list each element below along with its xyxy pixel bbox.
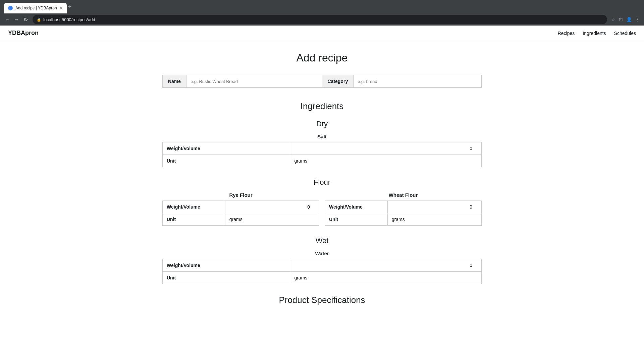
water-name: Water: [162, 251, 482, 256]
page-content: Add recipe Name Category Ingredients Dry…: [154, 41, 490, 316]
table-row: Unit grams: [163, 213, 319, 226]
wheat-weight-input[interactable]: [392, 204, 477, 210]
url-text: localhost:5000/recipes/add: [43, 17, 95, 22]
reload-button[interactable]: ↻: [23, 16, 29, 24]
wheat-weight-label: Weight/Volume: [325, 201, 388, 213]
page-title: Add recipe: [162, 52, 482, 64]
salt-unit-value: grams: [290, 155, 482, 167]
app-navbar: YDBApron Recipes Ingredients Schedules: [0, 26, 644, 41]
menu-icon[interactable]: ⋮: [635, 17, 640, 22]
table-row: Unit grams: [163, 272, 482, 284]
app-brand[interactable]: YDBApron: [8, 30, 39, 37]
wet-heading: Wet: [162, 236, 482, 245]
water-weight-input[interactable]: [294, 263, 477, 268]
water-unit-value: grams: [290, 272, 482, 284]
rye-flour-name: Rye Flour: [162, 192, 319, 198]
address-bar: ← → ↻ 🔒 localhost:5000/recipes/add ☆ ⊡ 👤…: [0, 13, 644, 26]
wheat-flour-table: Weight/Volume Unit grams: [325, 201, 482, 226]
salt-weight-label: Weight/Volume: [163, 142, 290, 155]
browser-actions: ☆ ⊡ 👤 ⋮: [611, 17, 640, 22]
url-bar[interactable]: 🔒 localhost:5000/recipes/add: [33, 15, 607, 24]
ingredients-heading: Ingredients: [162, 101, 482, 112]
extension-icon[interactable]: ⊡: [619, 17, 623, 22]
category-label: Category: [322, 75, 354, 87]
wheat-flour-section: Wheat Flour Weight/Volume Unit grams: [325, 192, 482, 226]
table-row: Weight/Volume: [163, 259, 482, 272]
lock-icon: 🔒: [37, 17, 41, 22]
rye-weight-label: Weight/Volume: [163, 201, 225, 213]
active-tab[interactable]: Add recipe | YDBApron ✕: [4, 3, 67, 13]
wheat-unit-label: Unit: [325, 213, 388, 226]
new-tab-button[interactable]: +: [68, 3, 72, 10]
table-row: Weight/Volume: [325, 201, 482, 213]
name-label: Name: [163, 75, 186, 87]
table-row: Weight/Volume: [163, 201, 319, 213]
table-row: Weight/Volume: [163, 142, 482, 155]
name-input[interactable]: [186, 75, 322, 87]
wheat-unit-value: grams: [387, 213, 481, 226]
nav-ingredients[interactable]: Ingredients: [583, 31, 606, 36]
tab-title: Add recipe | YDBApron: [15, 6, 57, 10]
water-table: Weight/Volume Unit grams: [162, 259, 482, 284]
water-weight-label: Weight/Volume: [163, 259, 290, 272]
wheat-weight-value[interactable]: [387, 201, 481, 213]
rye-unit-value: grams: [225, 213, 319, 226]
category-field-container: Category: [322, 75, 482, 88]
nav-links: Recipes Ingredients Schedules: [558, 31, 636, 36]
wheat-flour-name: Wheat Flour: [325, 192, 482, 198]
water-unit-label: Unit: [163, 272, 290, 284]
rye-flour-table: Weight/Volume Unit grams: [162, 201, 319, 226]
water-section: Water Weight/Volume Unit grams: [162, 251, 482, 284]
rye-unit-label: Unit: [163, 213, 225, 226]
browser-tab-bar: Add recipe | YDBApron ✕ +: [0, 0, 644, 13]
nav-recipes[interactable]: Recipes: [558, 31, 575, 36]
form-header-row: Name Category: [162, 75, 482, 88]
tab-close-button[interactable]: ✕: [60, 6, 63, 10]
salt-weight-value[interactable]: [290, 142, 482, 155]
rye-weight-input[interactable]: [229, 204, 315, 210]
salt-weight-input[interactable]: [294, 146, 477, 151]
salt-table: Weight/Volume Unit grams: [162, 142, 482, 167]
back-button[interactable]: ←: [4, 16, 11, 23]
name-field-container: Name: [162, 75, 322, 88]
profile-icon[interactable]: 👤: [626, 17, 632, 22]
tab-favicon: [8, 6, 13, 10]
rye-flour-section: Rye Flour Weight/Volume Unit grams: [162, 192, 319, 226]
rye-weight-value[interactable]: [225, 201, 319, 213]
table-row: Unit grams: [325, 213, 482, 226]
category-input[interactable]: [354, 75, 481, 87]
table-row: Unit grams: [163, 155, 482, 167]
product-specs-heading: Product Specifications: [162, 295, 482, 305]
dry-heading: Dry: [162, 120, 482, 128]
nav-schedules[interactable]: Schedules: [614, 31, 636, 36]
salt-section: Salt Weight/Volume Unit grams: [162, 134, 482, 167]
bookmark-icon[interactable]: ☆: [611, 17, 615, 22]
forward-button[interactable]: →: [13, 16, 20, 23]
flour-heading: Flour: [162, 178, 482, 187]
water-weight-value[interactable]: [290, 259, 482, 272]
salt-unit-label: Unit: [163, 155, 290, 167]
salt-name: Salt: [162, 134, 482, 139]
flour-row: Rye Flour Weight/Volume Unit grams Wheat…: [162, 192, 482, 226]
